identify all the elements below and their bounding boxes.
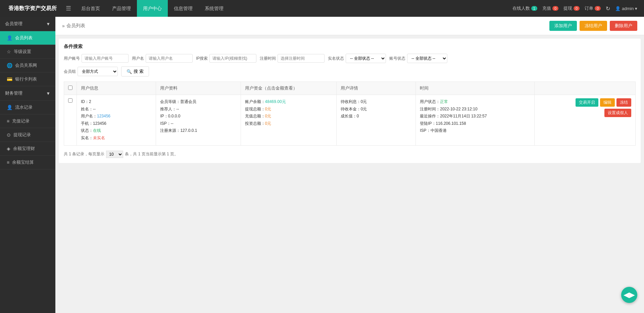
invest-value: 0元 — [265, 121, 271, 126]
sidebar-item-recharge-records[interactable]: ≡ 充值记录 — [0, 114, 55, 128]
page-title: 会员列表 — [66, 23, 85, 29]
sidebar-item-recharge-label: 充值记录 — [12, 118, 30, 124]
login-ip-row: 登陆IP：116.206.101.158 — [420, 120, 530, 127]
nav-item-dashboard[interactable]: 后台首页 — [75, 0, 106, 17]
nav-right-section: 在线人数 1 充值 0 提现 0 订单 0 ↻ 👤 admin ▾ — [512, 5, 641, 12]
username-input[interactable] — [146, 54, 193, 63]
sidebar-group-finance-icon: ▼ — [46, 91, 50, 96]
order-label: 订单 — [585, 5, 593, 11]
add-user-button[interactable]: 添加用户 — [549, 21, 577, 31]
online-stat: 在线人数 1 — [512, 5, 537, 11]
search-button[interactable]: 🔍 搜 索 — [121, 66, 149, 76]
nav-item-products[interactable]: 产品管理 — [106, 0, 137, 17]
member-group-select[interactable]: 全部方式 — [78, 67, 118, 76]
member-list-icon: 👤 — [7, 35, 12, 41]
account-status-select[interactable]: -- 全部状态 -- — [407, 54, 447, 63]
sidebar-group-finance-label: 财务管理 — [5, 90, 22, 96]
login-isp-row: ISP：中国香港 — [420, 127, 530, 135]
account-input[interactable] — [82, 54, 129, 63]
select-all-checkbox[interactable] — [68, 86, 72, 90]
th-user-data: 用户资料 — [156, 82, 241, 95]
user-ip: IP：0.0.0.0 — [160, 113, 236, 120]
nav-item-info[interactable]: 信息管理 — [168, 0, 199, 17]
sidebar-group-finance[interactable]: 财务管理 ▼ — [0, 86, 55, 101]
sidebar-item-bank-cards[interactable]: 💳 银行卡列表 — [0, 72, 55, 86]
reg-time-input[interactable] — [278, 54, 325, 63]
set-robot-button[interactable]: 设置成假人 — [604, 109, 631, 117]
last-op-row: 最近操作：2022年11月14日 13:22:57 — [420, 113, 530, 120]
th-actions — [534, 82, 635, 95]
ip-input[interactable] — [209, 54, 256, 63]
header-actions: 添加用户 冻结用户 删除用户 — [549, 21, 637, 31]
freeze-user-button[interactable]: 冻结用户 — [580, 21, 607, 31]
sidebar-item-withdraw-records[interactable]: ⊙ 提现记录 — [0, 128, 55, 142]
member-level: 会员等级：普通会员 — [160, 98, 236, 106]
delete-user-button[interactable]: 删除用户 — [610, 21, 637, 31]
username-field: 用户名 — [132, 54, 193, 63]
order-badge: 0 — [595, 6, 601, 11]
reg-time-label: 注册时间 — [260, 56, 276, 61]
withdraw-stat: 提现 0 — [563, 5, 580, 11]
real-status-select[interactable]: -- 全部状态 -- — [346, 54, 386, 63]
ip-label: IP搜索 — [196, 56, 208, 61]
interest-earned: 待收利息：0元 — [341, 98, 411, 106]
page-header: » 会员列表 添加用户 冻结用户 删除用户 — [55, 17, 644, 35]
reg-source: 注册来源：127.0.0.1 — [160, 127, 236, 135]
username-label: 用户名 — [132, 56, 144, 61]
freeze-button[interactable]: 冻结 — [616, 98, 631, 107]
user-status-row: 用户状态：正常 — [420, 98, 530, 106]
sidebar-group-member[interactable]: 会员管理 ▼ — [0, 17, 55, 31]
nav-item-users[interactable]: 用户中心 — [137, 0, 168, 17]
float-button-icon: ◀▶ — [624, 291, 635, 299]
sidebar-item-level-settings[interactable]: ☆ 等级设置 — [0, 45, 55, 59]
member-group-field: 会员组 全部方式 — [64, 67, 118, 76]
nav-items: 后台首页 产品管理 用户中心 信息管理 系统管理 — [75, 0, 512, 17]
user-data-cell: 会员等级：普通会员 推荐人：-- IP：0.0.0.0 ISP：-- 注册来源：… — [156, 95, 241, 146]
search-row-1: 用户账号 用户名 IP搜索 注册时间 — [64, 54, 636, 63]
flow-icon: 👤 — [7, 105, 12, 110]
per-page-select[interactable]: 10 20 50 100 — [106, 151, 123, 158]
user-realname: 实名：未实名 — [81, 135, 152, 142]
main-layout: 会员管理 ▼ 👤 会员列表 ☆ 等级设置 🌐 会员关系网 💳 银行卡列表 财务管… — [0, 17, 644, 313]
referrer: 推荐人：-- — [160, 106, 236, 113]
sidebar-item-member-list[interactable]: 👤 会员列表 — [0, 31, 55, 45]
trade-toggle-button[interactable]: 交易开启 — [576, 98, 598, 107]
th-user-fund: 用户资金（点击金额查看） — [241, 82, 336, 95]
menu-toggle-icon[interactable]: ☰ — [62, 5, 75, 12]
main-content: » 会员列表 添加用户 冻结用户 删除用户 条件搜索 用户账号 — [55, 17, 644, 313]
edit-user-button[interactable]: 编辑 — [600, 98, 615, 107]
th-user-info: 用户信息 — [77, 82, 156, 95]
withdraw-badge: 0 — [574, 6, 580, 11]
user-phone: 手机：123456 — [81, 120, 152, 127]
user-isp: ISP：-- — [160, 120, 236, 127]
action-buttons: 交易开启 编辑 冻结 设置成假人 — [539, 98, 631, 117]
online-badge: 1 — [531, 6, 537, 11]
network-icon: 🌐 — [7, 63, 12, 68]
recharge-value: 0元 — [265, 114, 271, 118]
real-status-label: 实名状态 — [328, 56, 344, 61]
account-label: 用户账号 — [64, 56, 80, 61]
withdraw-label: 提现 — [563, 5, 572, 11]
sidebar-item-flow-records[interactable]: 👤 流水记录 — [0, 101, 55, 114]
sidebar-item-flow-label: 流水记录 — [15, 104, 33, 110]
username-link[interactable]: 123456 — [97, 114, 110, 118]
sidebar-item-yeb-settle[interactable]: ≡ 余额宝结算 — [0, 156, 55, 169]
sidebar-item-member-network[interactable]: 🌐 会员关系网 — [0, 59, 55, 72]
float-button[interactable]: ◀▶ — [621, 287, 637, 303]
search-title: 条件搜索 — [64, 44, 636, 50]
sidebar-item-yeb-finance[interactable]: ◈ 余额宝理财 — [0, 142, 55, 156]
withdraw-value: 0元 — [265, 107, 271, 111]
refresh-icon[interactable]: ↻ — [606, 5, 610, 12]
nav-item-system[interactable]: 系统管理 — [199, 0, 230, 17]
reg-time-field: 注册时间 — [260, 54, 325, 63]
user-id: ID：2 — [81, 98, 152, 106]
balance-value[interactable]: 48469.00元 — [265, 99, 286, 104]
search-icon: 🔍 — [127, 69, 132, 74]
growth-value: 成长值：0 — [341, 113, 411, 120]
row-checkbox[interactable] — [68, 98, 72, 103]
admin-info[interactable]: 👤 admin ▾ — [615, 6, 637, 11]
search-btn-label: 搜 索 — [134, 68, 144, 74]
breadcrumb-icon: » — [62, 23, 65, 29]
user-table: 用户信息 用户资料 用户资金（点击金额查看） 用户详情 时间 — [64, 82, 636, 146]
sidebar-item-member-list-label: 会员列表 — [15, 35, 33, 41]
